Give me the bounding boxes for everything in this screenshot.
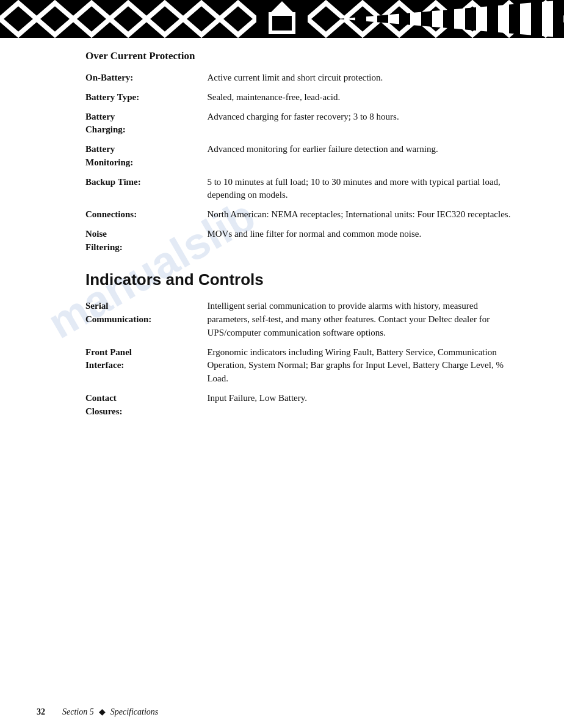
table-row: Backup Time: 5 to 10 minutes at full loa…	[85, 173, 515, 206]
header-left-pattern	[0, 0, 256, 38]
row-value: Input Failure, Low Battery.	[207, 389, 515, 422]
footer-bullet: ◆	[99, 707, 106, 717]
row-value: Active current limit and short circuit p…	[207, 68, 515, 88]
footer-section-text: Section 5	[62, 707, 94, 717]
row-value: Intelligent serial communication to prov…	[207, 297, 515, 342]
table-row: Front Panel Interface: Ergonomic indicat…	[85, 343, 515, 389]
header-center-icon	[264, 0, 300, 38]
table-row: On-Battery: Active current limit and sho…	[85, 68, 515, 88]
row-label: On-Battery:	[85, 68, 207, 88]
svg-rect-4	[272, 16, 292, 31]
over-current-section: Over Current Protection On-Battery: Acti…	[85, 50, 515, 257]
row-label-multiline: Serial Communication:	[85, 297, 207, 342]
row-value: Sealed, maintenance-free, lead-acid.	[207, 88, 515, 107]
table-row: Battery Monitoring: Advanced monitoring …	[85, 140, 515, 173]
svg-marker-2	[270, 1, 294, 13]
row-value: North American: NEMA receptacles; Intern…	[207, 205, 515, 225]
row-label-multiline: Battery Monitoring:	[85, 140, 207, 173]
table-row: Battery Type: Sealed, maintenance-free, …	[85, 88, 515, 107]
row-label-multiline: Front Panel Interface:	[85, 343, 207, 389]
table-row: Connections: North American: NEMA recept…	[85, 205, 515, 225]
indicators-heading: Indicators and Controls	[85, 270, 515, 289]
content-inner: Over Current Protection On-Battery: Acti…	[85, 50, 515, 421]
footer-spec-text: Specifications	[110, 707, 159, 717]
row-label: Battery Type:	[85, 88, 207, 107]
row-value: 5 to 10 minutes at full load; 10 to 30 m…	[207, 173, 515, 206]
over-current-heading: Over Current Protection	[85, 50, 515, 62]
indicators-table: Serial Communication: Intelligent serial…	[85, 297, 515, 421]
indicators-section: Indicators and Controls Serial Communica…	[85, 270, 515, 421]
row-label-multiline: Battery Charging:	[85, 107, 207, 140]
header-banner	[0, 0, 564, 38]
main-content: Over Current Protection On-Battery: Acti…	[0, 38, 564, 461]
footer: 32 Section 5 ◆ Specifications	[0, 707, 564, 717]
row-value: Advanced monitoring for earlier failure …	[207, 140, 515, 173]
table-row: Battery Charging: Advanced charging for …	[85, 107, 515, 140]
row-label: Backup Time:	[85, 173, 207, 206]
row-label-multiline: Noise Filtering:	[85, 225, 207, 258]
footer-page-number: 32	[37, 707, 45, 717]
table-row: Contact Closures: Input Failure, Low Bat…	[85, 389, 515, 422]
table-row: Serial Communication: Intelligent serial…	[85, 297, 515, 342]
row-label: Connections:	[85, 205, 207, 225]
table-row: Noise Filtering: MOVs and line filter fo…	[85, 225, 515, 258]
row-value: Ergonomic indicators including Wiring Fa…	[207, 343, 515, 389]
row-label-multiline: Contact Closures:	[85, 389, 207, 422]
row-value: Advanced charging for faster recovery; 3…	[207, 107, 515, 140]
row-value: MOVs and line filter for normal and comm…	[207, 225, 515, 258]
header-right-pattern	[308, 0, 564, 38]
over-current-table: On-Battery: Active current limit and sho…	[85, 68, 515, 257]
